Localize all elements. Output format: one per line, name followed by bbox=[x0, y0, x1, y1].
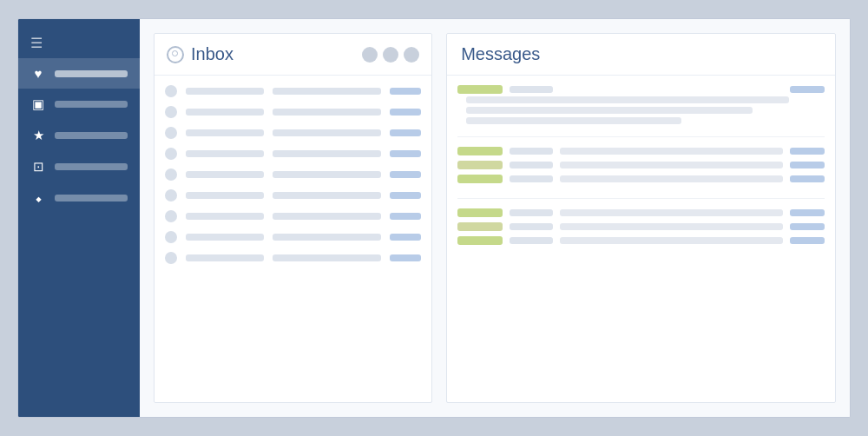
sidebar-item-label bbox=[55, 132, 128, 139]
message-meta bbox=[510, 148, 553, 155]
row-badge bbox=[390, 129, 421, 136]
row-badge bbox=[390, 150, 421, 157]
message-meta bbox=[510, 162, 553, 168]
dot-3[interactable] bbox=[404, 47, 419, 63]
message-badge bbox=[790, 162, 825, 168]
row-subject bbox=[273, 109, 381, 116]
sidebar-item-label bbox=[55, 101, 128, 108]
message-row[interactable] bbox=[457, 206, 825, 220]
message-tag bbox=[457, 222, 503, 231]
row-sender bbox=[186, 88, 264, 95]
inbox-list bbox=[155, 76, 431, 402]
message-subject bbox=[560, 223, 783, 230]
inbox-row[interactable] bbox=[163, 206, 423, 227]
row-badge bbox=[390, 234, 421, 241]
row-sender bbox=[186, 254, 264, 261]
row-subject bbox=[273, 254, 381, 261]
row-avatar bbox=[165, 252, 177, 264]
main-content: Inbox bbox=[140, 19, 850, 417]
inbox-row[interactable] bbox=[163, 122, 423, 143]
dot-2[interactable] bbox=[383, 47, 398, 63]
row-badge bbox=[390, 192, 421, 199]
message-group bbox=[457, 206, 825, 248]
row-avatar bbox=[165, 231, 177, 243]
message-row[interactable] bbox=[457, 83, 825, 96]
row-subject bbox=[273, 192, 381, 199]
inbox-row[interactable] bbox=[163, 81, 423, 102]
panels-container: Inbox bbox=[140, 19, 850, 417]
messages-header: Messages bbox=[447, 34, 835, 76]
message-meta bbox=[510, 223, 553, 230]
message-subject bbox=[560, 175, 783, 182]
sidebar-item-favorites[interactable]: ♥ bbox=[18, 58, 140, 89]
inbox-row[interactable] bbox=[163, 102, 423, 122]
row-avatar bbox=[165, 85, 177, 97]
message-group bbox=[457, 83, 825, 124]
message-row[interactable] bbox=[457, 220, 825, 234]
inbox-row[interactable] bbox=[163, 164, 423, 185]
search-icon[interactable] bbox=[167, 46, 184, 63]
row-badge bbox=[390, 109, 421, 116]
message-line bbox=[466, 107, 753, 114]
row-badge bbox=[390, 213, 421, 220]
message-subject bbox=[560, 162, 783, 168]
sidebar-item-label bbox=[55, 70, 128, 77]
inbox-row[interactable] bbox=[163, 185, 423, 206]
row-subject bbox=[273, 213, 381, 220]
message-subject bbox=[560, 209, 783, 216]
message-row[interactable] bbox=[457, 144, 825, 158]
header-dots bbox=[362, 47, 419, 63]
row-subject bbox=[273, 171, 381, 178]
inbox-row[interactable] bbox=[163, 227, 423, 248]
row-badge bbox=[390, 171, 421, 178]
message-subject bbox=[560, 237, 783, 244]
message-meta bbox=[510, 175, 553, 182]
row-subject bbox=[273, 234, 381, 241]
menu-icon[interactable]: ☰ bbox=[18, 28, 140, 58]
inbox-row[interactable] bbox=[163, 143, 423, 164]
archive-icon: ⊡ bbox=[30, 159, 46, 175]
row-sender bbox=[186, 234, 264, 241]
message-row[interactable] bbox=[457, 234, 825, 248]
row-sender bbox=[186, 150, 264, 157]
row-avatar bbox=[165, 127, 177, 139]
row-sender bbox=[186, 171, 264, 178]
message-row[interactable] bbox=[457, 158, 825, 172]
message-divider bbox=[457, 198, 825, 199]
message-body bbox=[457, 96, 825, 124]
message-tag bbox=[457, 175, 503, 183]
app-window: ☰ ♥ ▣ ★ ⊡ ⬥ bbox=[17, 18, 851, 418]
row-avatar bbox=[165, 210, 177, 222]
message-tag bbox=[457, 236, 503, 245]
row-subject bbox=[273, 150, 381, 157]
row-avatar bbox=[165, 189, 177, 201]
message-badge bbox=[790, 175, 825, 182]
row-avatar bbox=[165, 106, 177, 118]
message-tag bbox=[457, 161, 503, 169]
sidebar-item-tags[interactable]: ⬥ bbox=[18, 182, 140, 213]
row-badge bbox=[390, 254, 421, 261]
sidebar: ☰ ♥ ▣ ★ ⊡ ⬥ bbox=[18, 19, 140, 417]
message-tag bbox=[457, 208, 503, 217]
messages-title: Messages bbox=[461, 44, 540, 63]
message-badge bbox=[790, 148, 825, 155]
inbox-row[interactable] bbox=[163, 248, 423, 268]
messages-list bbox=[447, 76, 835, 402]
sidebar-item-starred[interactable]: ★ bbox=[18, 120, 140, 151]
sidebar-item-archive[interactable]: ⊡ bbox=[18, 151, 140, 182]
message-tag bbox=[457, 85, 503, 94]
star-icon: ★ bbox=[30, 128, 46, 143]
inbox-header: Inbox bbox=[155, 34, 431, 76]
dot-1[interactable] bbox=[362, 47, 378, 63]
row-avatar bbox=[165, 168, 177, 181]
sidebar-item-inbox[interactable]: ▣ bbox=[18, 89, 140, 120]
message-meta bbox=[510, 237, 553, 244]
message-line bbox=[466, 96, 789, 103]
message-meta bbox=[510, 209, 553, 216]
message-meta bbox=[510, 86, 553, 93]
row-sender bbox=[186, 213, 264, 220]
inbox-title: Inbox bbox=[191, 44, 355, 64]
row-badge bbox=[390, 88, 421, 95]
message-row[interactable] bbox=[457, 172, 825, 186]
message-divider bbox=[457, 136, 825, 137]
